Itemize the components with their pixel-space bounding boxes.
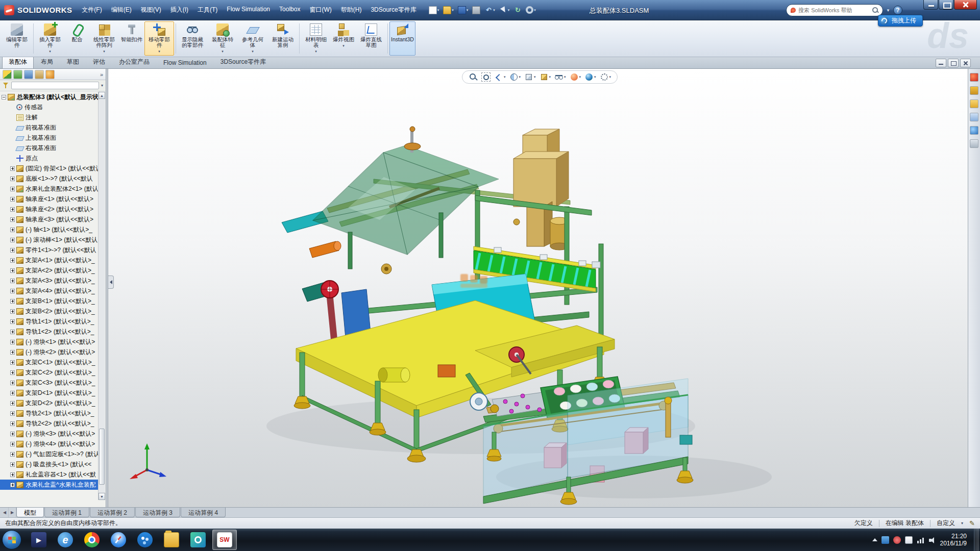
model-tab-1[interactable]: 运动算例 1 <box>44 508 89 517</box>
previous-view-button[interactable]: ▾ <box>494 72 506 82</box>
custom-properties-icon[interactable] <box>970 139 978 148</box>
menu-item-4[interactable]: 工具(T) <box>193 4 222 16</box>
menu-item-7[interactable]: 窗口(W) <box>305 4 336 16</box>
taskbar-3dsource[interactable] <box>133 530 157 550</box>
view-settings-button[interactable]: ▾ <box>600 72 611 82</box>
menu-item-6[interactable]: Toolbox <box>275 4 305 16</box>
model-tab-3[interactable]: 运动算例 3 <box>135 508 180 517</box>
panel-collapse-button[interactable] <box>108 276 114 289</box>
expander-icon[interactable] <box>10 258 15 263</box>
taskbar-solidworks[interactable]: SW <box>212 530 237 550</box>
ribbon-button-10[interactable]: 材料明细表▾ <box>301 21 331 56</box>
hide-show-items-button[interactable]: ▾ <box>554 72 566 82</box>
tree-item-1[interactable]: 传感器 <box>0 102 98 112</box>
tree-item-14[interactable]: (-) 滚动棒<1> (默认<<默认 <box>0 235 98 245</box>
scroll-up-button[interactable]: ▲ <box>99 92 105 99</box>
taskbar-media-player[interactable]: ▶ <box>27 530 51 550</box>
save-button[interactable]: ▾ <box>456 5 470 15</box>
expander-icon[interactable] <box>10 217 15 222</box>
tray-expand-icon[interactable] <box>872 538 877 541</box>
graphics-viewport[interactable]: ▾▾▾▾▾▾▾▾ <box>108 69 968 507</box>
tree-item-30[interactable]: 支架D<2> (默认<<默认>_ <box>0 398 98 408</box>
tree-item-16[interactable]: 支架A<1> (默认<<默认>_ <box>0 255 98 265</box>
tree-item-37[interactable]: 礼盒盖容器<1> (默认<<默 <box>0 469 98 480</box>
start-button[interactable] <box>2 530 21 549</box>
expander-icon[interactable] <box>10 370 15 375</box>
rebuild-button[interactable]: ↻ <box>512 5 523 15</box>
expander-icon[interactable] <box>10 248 15 253</box>
ribbon-button-2[interactable]: 配合 <box>65 21 89 56</box>
customize-caret-icon[interactable]: ▾ <box>961 521 963 525</box>
expander-icon[interactable] <box>10 452 15 457</box>
search-input[interactable] <box>798 7 870 13</box>
network-icon[interactable] <box>917 536 924 544</box>
assembly-3d-model[interactable] <box>108 69 968 507</box>
panel-chevron-button[interactable]: » <box>100 71 103 78</box>
expander-icon[interactable] <box>10 207 15 212</box>
section-view-button[interactable]: ▾ <box>509 72 521 82</box>
ribbon-button-0[interactable]: 编辑零部件 <box>2 21 32 56</box>
tree-item-29[interactable]: 支架D<1> (默认<<默认>_ <box>0 388 98 398</box>
tree-item-11[interactable]: 轴承座<2> (默认<<默认> <box>0 204 98 214</box>
expander-icon[interactable] <box>10 268 15 273</box>
expander-icon[interactable] <box>10 279 15 283</box>
view-palette-icon[interactable] <box>970 113 978 121</box>
expander-icon[interactable] <box>10 299 15 304</box>
ribbon-tab-0[interactable]: 装配体 <box>2 56 34 68</box>
display-style-button[interactable]: ▾ <box>540 72 551 82</box>
tree-item-9[interactable]: 水果礼盒装配体2<1> (默认 <box>0 184 98 194</box>
taskbar-safari[interactable] <box>106 530 131 550</box>
expander-icon[interactable] <box>10 360 15 365</box>
search-box[interactable] <box>786 4 883 16</box>
maximize-button[interactable] <box>939 0 953 10</box>
new-button[interactable]: ▾ <box>427 5 441 15</box>
tree-scrollbar[interactable]: ▲ ▼ <box>98 92 105 500</box>
help-button[interactable]: ? <box>893 6 902 15</box>
tree-item-31[interactable]: 导轨2<1> (默认<<默认>_ <box>0 408 98 418</box>
dimxpert-tab[interactable] <box>35 70 44 79</box>
tree-item-12[interactable]: 轴承座<3> (默认<<默认> <box>0 214 98 224</box>
edit-appearance-button[interactable]: ▾ <box>570 72 581 82</box>
customize-button[interactable]: 自定义 <box>937 519 955 528</box>
displaymanager-tab[interactable] <box>45 70 55 79</box>
menu-item-8[interactable]: 帮助(H) <box>336 4 366 16</box>
tray-ime-icon[interactable] <box>905 536 913 544</box>
menu-item-0[interactable]: 文件(F) <box>77 4 106 16</box>
scroll-down-button[interactable]: ▼ <box>99 493 105 500</box>
tab-scroll-left-button[interactable]: ◀ <box>1 508 9 517</box>
tree-item-38[interactable]: 水果礼盒盖^水果礼盒装配 <box>0 480 98 490</box>
tree-item-33[interactable]: (-) 滑块<3> (默认<<默认> <box>0 429 98 439</box>
model-tab-2[interactable]: 运动算例 2 <box>90 508 135 517</box>
expander-icon[interactable] <box>10 309 15 314</box>
menu-item-2[interactable]: 视图(V) <box>136 4 166 16</box>
ribbon-button-3[interactable]: 线性零部件阵列▾ <box>89 21 119 56</box>
taskbar-chrome[interactable] <box>80 530 104 550</box>
options-button[interactable]: ▾ <box>524 5 537 15</box>
ribbon-button-13[interactable]: Instant3D <box>389 21 415 56</box>
appearances-icon[interactable] <box>970 126 978 135</box>
expander-icon[interactable] <box>10 391 15 395</box>
search-icon[interactable] <box>872 7 878 13</box>
ribbon-tab-2[interactable]: 草图 <box>60 56 86 68</box>
tray-app-blue-icon[interactable] <box>881 536 889 544</box>
expander-icon[interactable] <box>10 340 15 344</box>
ribbon-button-4[interactable]: 智能扣件 <box>119 21 144 56</box>
select-button[interactable]: ▾ <box>498 5 511 15</box>
expander-icon[interactable] <box>10 238 15 242</box>
show-desktop-button[interactable] <box>974 529 979 551</box>
file-explorer-icon[interactable] <box>970 99 978 108</box>
ribbon-tab-1[interactable]: 布局 <box>34 56 60 68</box>
tree-item-22[interactable]: 导轨1<1> (默认<<默认>_ <box>0 316 98 327</box>
expander-icon[interactable] <box>10 442 15 446</box>
expander-icon[interactable] <box>10 462 15 467</box>
minimize-button[interactable] <box>923 0 938 10</box>
doc-minimize-button[interactable] <box>936 59 946 67</box>
expander-icon[interactable] <box>10 381 15 385</box>
taskbar-folder[interactable] <box>159 530 184 550</box>
ribbon-button-11[interactable]: 爆炸视图▾ <box>331 21 356 56</box>
ribbon-button-5[interactable]: 移动零部件▾ <box>144 21 174 56</box>
expander-icon[interactable] <box>2 95 6 99</box>
expander-icon[interactable] <box>10 401 15 406</box>
zoom-fit-button[interactable] <box>469 72 478 82</box>
ribbon-tab-4[interactable]: 办公室产品 <box>112 56 156 68</box>
